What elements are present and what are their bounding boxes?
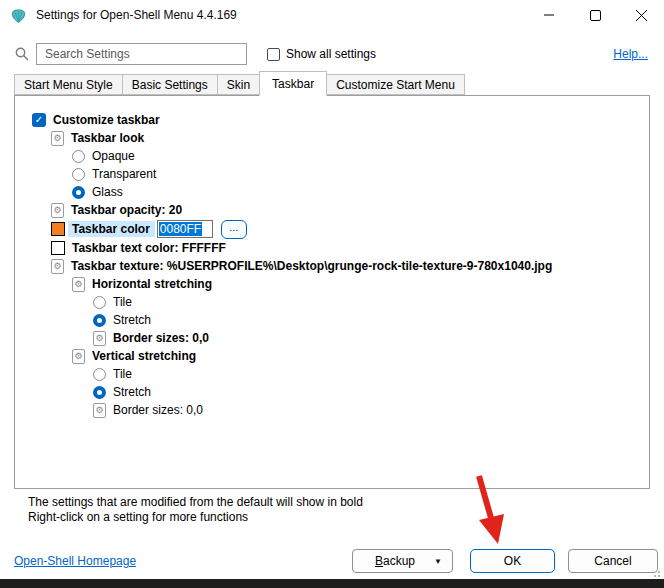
tree-item-taskbar-text-color[interactable]: Taskbar text color: FFFFFF xyxy=(15,239,649,257)
resize-grip[interactable] xyxy=(652,569,660,577)
radio-unselected-icon[interactable] xyxy=(72,168,85,181)
tab-bar: Start Menu Style Basic Settings Skin Tas… xyxy=(14,71,664,95)
checkbox-unchecked-icon[interactable] xyxy=(267,48,280,61)
setting-gear-icon xyxy=(51,259,64,274)
search-row: Show all settings Help... xyxy=(14,43,648,65)
tree-item-vertical-stretching[interactable]: Vertical stretching xyxy=(15,347,649,365)
tree-item-customize-taskbar[interactable]: Customize taskbar xyxy=(15,111,649,129)
tree-item-taskbar-look[interactable]: Taskbar look xyxy=(15,129,649,147)
tab-start-menu-style[interactable]: Start Menu Style xyxy=(14,74,123,95)
minimize-button[interactable] xyxy=(526,0,572,30)
footer-notes: The settings that are modified from the … xyxy=(28,495,650,525)
radio-selected-icon[interactable] xyxy=(72,186,85,199)
radio-selected-icon[interactable] xyxy=(93,314,106,327)
radio-unselected-icon[interactable] xyxy=(93,296,106,309)
tree-item-v-stretch[interactable]: Stretch xyxy=(15,383,649,401)
close-button[interactable] xyxy=(618,0,664,30)
settings-dialog: Settings for Open-Shell Menu 4.4.169 Sho… xyxy=(0,0,664,588)
setting-gear-icon xyxy=(51,203,64,218)
setting-gear-icon xyxy=(72,349,85,364)
color-browse-button[interactable]: ... xyxy=(221,220,247,239)
open-shell-homepage-link[interactable]: Open-Shell Homepage xyxy=(14,554,136,568)
tree-item-taskbar-texture[interactable]: Taskbar texture: %USERPROFILE%\Desktop\g… xyxy=(15,257,649,275)
radio-unselected-icon[interactable] xyxy=(93,368,106,381)
tree-item-glass[interactable]: Glass xyxy=(15,183,649,201)
open-shell-app-icon xyxy=(10,7,27,24)
footer-bar: Open-Shell Homepage Backup ▼ OK Cancel xyxy=(14,549,658,573)
tree-item-taskbar-opacity[interactable]: Taskbar opacity: 20 xyxy=(15,201,649,219)
setting-gear-icon xyxy=(93,331,106,346)
window-title: Settings for Open-Shell Menu 4.4.169 xyxy=(36,8,237,22)
ok-button[interactable]: OK xyxy=(470,549,555,573)
tree-item-h-border-sizes[interactable]: Border sizes: 0,0 xyxy=(15,329,649,347)
dropdown-arrow-icon[interactable]: ▼ xyxy=(434,557,442,566)
radio-unselected-icon[interactable] xyxy=(72,150,85,163)
tab-taskbar[interactable]: Taskbar xyxy=(259,71,327,96)
window-controls xyxy=(526,0,664,30)
tab-basic-settings[interactable]: Basic Settings xyxy=(122,74,218,95)
title-bar: Settings for Open-Shell Menu 4.4.169 xyxy=(0,0,664,30)
checkbox-checked-icon[interactable] xyxy=(32,113,46,127)
show-all-settings-label: Show all settings xyxy=(286,47,376,61)
tab-customize-start-menu[interactable]: Customize Start Menu xyxy=(326,74,465,95)
setting-gear-icon xyxy=(51,131,64,146)
tree-item-transparent[interactable]: Transparent xyxy=(15,165,649,183)
note-modified-bold: The settings that are modified from the … xyxy=(28,495,650,510)
maximize-button[interactable] xyxy=(572,0,618,30)
color-swatch-white[interactable] xyxy=(51,241,65,255)
backup-button[interactable]: Backup ▼ xyxy=(352,549,453,573)
tree-item-horizontal-stretching[interactable]: Horizontal stretching xyxy=(15,275,649,293)
tree-item-h-stretch[interactable]: Stretch xyxy=(15,311,649,329)
help-link[interactable]: Help... xyxy=(613,47,648,61)
setting-gear-icon xyxy=(72,277,85,292)
tree-item-v-tile[interactable]: Tile xyxy=(15,365,649,383)
color-value-input[interactable]: 0080FF xyxy=(157,220,213,238)
taskbar-color-label: Taskbar color xyxy=(68,221,155,237)
tree-item-h-tile[interactable]: Tile xyxy=(15,293,649,311)
show-all-settings-checkbox[interactable]: Show all settings xyxy=(267,47,376,61)
tab-skin[interactable]: Skin xyxy=(217,74,260,95)
setting-gear-icon xyxy=(93,403,106,418)
search-input[interactable] xyxy=(36,43,247,65)
selected-text: 0080FF xyxy=(159,222,202,236)
tree-item-taskbar-color[interactable]: Taskbar color 0080FF ... xyxy=(15,219,649,239)
radio-selected-icon[interactable] xyxy=(93,386,106,399)
note-right-click: Right-click on a setting for more functi… xyxy=(28,510,650,525)
settings-tree-panel: Customize taskbar Taskbar look Opaque Tr… xyxy=(14,95,650,489)
search-icon xyxy=(14,46,30,62)
color-swatch-orange[interactable] xyxy=(51,222,65,236)
tree-item-v-border-sizes[interactable]: Border sizes: 0,0 xyxy=(15,401,649,419)
tree-item-opaque[interactable]: Opaque xyxy=(15,147,649,165)
backup-button-label: Backup xyxy=(375,554,415,568)
screenshot-bottom-edge xyxy=(0,579,664,588)
cancel-button[interactable]: Cancel xyxy=(568,549,658,573)
